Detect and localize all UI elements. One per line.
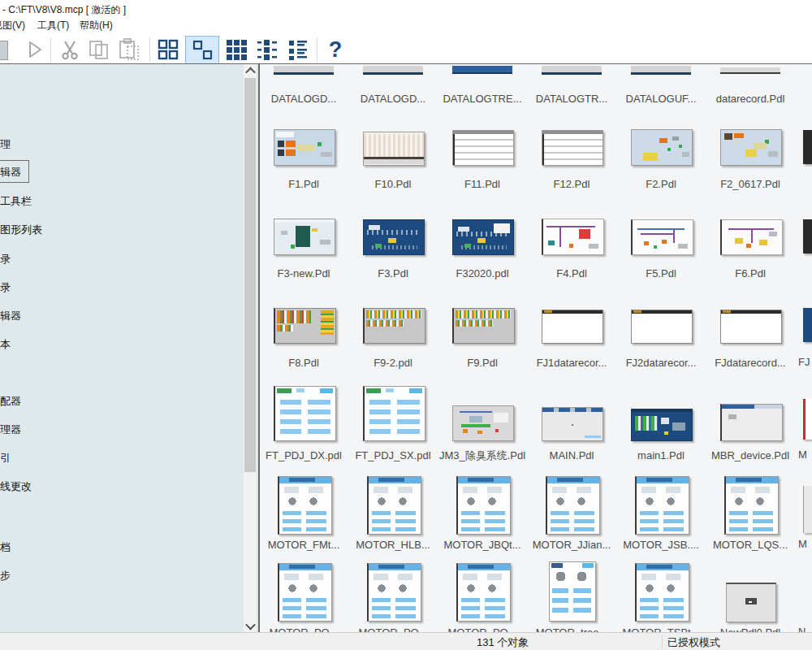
file-thumbnail[interactable] xyxy=(542,66,602,75)
file-name-label[interactable]: F9-2.pdl xyxy=(349,356,437,370)
file-thumbnail[interactable] xyxy=(363,219,425,255)
sidebar-item-10[interactable]: 引 xyxy=(0,451,11,466)
file-name-label[interactable]: FT_PDJ_DX.pdl xyxy=(260,448,348,462)
file-name-label[interactable]: F12.Pdl xyxy=(528,177,615,191)
file-thumbnail[interactable] xyxy=(720,219,783,255)
file-thumbnail[interactable] xyxy=(363,386,425,441)
file-name-label[interactable]: DATALOGD... xyxy=(349,92,437,106)
file-thumbnail[interactable] xyxy=(542,219,604,255)
sidebar-scrollbar[interactable] xyxy=(244,64,257,633)
file-thumbnail[interactable] xyxy=(631,129,693,166)
file-name-label-clipped[interactable]: M xyxy=(798,448,807,461)
file-thumbnail[interactable] xyxy=(631,310,693,344)
file-thumbnail[interactable] xyxy=(452,66,512,74)
file-thumbnail[interactable] xyxy=(452,130,514,166)
file-thumbnail[interactable] xyxy=(363,66,423,75)
file-name-label[interactable]: F3.Pdl xyxy=(349,266,437,280)
file-thumbnail[interactable] xyxy=(452,405,514,441)
sidebar-item-0[interactable]: 理 xyxy=(0,137,11,152)
file-thumbnail[interactable] xyxy=(631,409,693,441)
file-name-label[interactable]: MBR_device.Pdl xyxy=(706,448,794,462)
file-thumbnail[interactable] xyxy=(720,310,782,344)
file-thumbnail[interactable] xyxy=(635,476,689,535)
file-name-label[interactable]: JM3_除臭系统.Pdl xyxy=(438,448,526,462)
file-name-label[interactable]: datarecord.Pdl xyxy=(706,92,794,106)
file-name-label[interactable]: F32020.pdl xyxy=(438,266,526,280)
file-thumbnail[interactable] xyxy=(278,476,332,535)
file-name-label[interactable]: MOTOR_FMt... xyxy=(260,538,348,552)
sidebar-item-12[interactable]: 档 xyxy=(0,540,11,555)
sidebar-item-6[interactable]: 辑器 xyxy=(0,309,21,323)
file-name-label[interactable]: F2_0617.Pdl xyxy=(706,177,794,191)
file-thumbnail[interactable] xyxy=(631,66,691,75)
paste-button[interactable] xyxy=(117,37,141,62)
file-thumbnail[interactable] xyxy=(274,129,335,166)
file-name-label[interactable]: F3-new.Pdl xyxy=(260,266,348,280)
file-name-label[interactable]: main1.Pdl xyxy=(617,448,705,462)
file-name-label[interactable]: F4.Pdl xyxy=(528,266,615,280)
file-thumbnail[interactable] xyxy=(542,310,603,344)
menu-item-0[interactable]: 视图(V) xyxy=(0,19,25,32)
file-thumbnail[interactable] xyxy=(726,583,776,622)
file-thumbnail-clipped[interactable] xyxy=(803,308,812,342)
file-name-label[interactable]: DATALOGTRE... xyxy=(438,92,526,106)
file-thumbnail[interactable] xyxy=(546,476,600,535)
sidebar-item-13[interactable]: 步 xyxy=(0,569,11,583)
file-name-label[interactable]: MOTOR_JBQt... xyxy=(438,538,526,552)
file-thumbnail[interactable] xyxy=(724,476,779,535)
sidebar-item-1[interactable]: 辑器 xyxy=(0,165,21,180)
file-name-label[interactable]: F11.Pdl xyxy=(438,177,526,191)
sidebar-item-9[interactable]: 理器 xyxy=(0,422,21,437)
file-name-label[interactable]: FJ1datarecor... xyxy=(528,356,615,370)
activate-icon[interactable] xyxy=(23,37,47,62)
file-name-label[interactable]: F6.Pdl xyxy=(706,266,794,280)
list-view-button[interactable] xyxy=(286,37,310,62)
help-button[interactable]: ? xyxy=(323,37,348,62)
large-icons-view-button[interactable] xyxy=(156,37,180,62)
file-name-label[interactable]: MAIN.Pdl xyxy=(528,448,615,462)
file-thumbnail[interactable] xyxy=(274,386,336,441)
file-name-label[interactable]: F8.Pdl xyxy=(260,356,348,370)
file-thumbnail[interactable] xyxy=(367,563,421,622)
file-name-label[interactable]: FJ2datarecor... xyxy=(617,356,705,370)
file-name-label[interactable]: F10.Pdl xyxy=(349,177,437,191)
sidebar-item-7[interactable]: 本 xyxy=(0,337,11,352)
sidebar-item-8[interactable]: 配器 xyxy=(0,394,21,409)
file-name-label-clipped[interactable]: M xyxy=(798,538,807,550)
file-thumbnail[interactable] xyxy=(456,476,511,535)
file-name-label[interactable]: FJdatarecord... xyxy=(706,356,794,370)
file-thumbnail[interactable] xyxy=(720,67,780,74)
file-name-label[interactable]: F1.Pdl xyxy=(260,177,348,191)
file-thumbnail[interactable] xyxy=(363,132,425,166)
file-thumbnail[interactable] xyxy=(549,561,596,622)
file-name-label[interactable]: MOTOR_LQS... xyxy=(706,538,794,552)
small-icons-view-button[interactable] xyxy=(185,36,219,64)
file-name-label[interactable]: F5.Pdl xyxy=(617,266,705,280)
run-partial-icon[interactable] xyxy=(0,41,8,60)
file-thumbnail[interactable] xyxy=(456,563,511,622)
file-name-label[interactable]: DATALOGUF... xyxy=(617,92,705,106)
scroll-up-button[interactable] xyxy=(244,64,257,78)
file-name-label[interactable]: F2.Pdl xyxy=(617,177,705,191)
file-name-label[interactable]: FT_PDJ_SX.pdl xyxy=(349,448,437,462)
file-name-label[interactable]: DATALOGD... xyxy=(260,92,348,106)
file-thumbnail[interactable] xyxy=(542,130,603,166)
file-thumbnail[interactable] xyxy=(278,563,332,622)
menu-item-2[interactable]: 帮助(H) xyxy=(80,19,113,32)
file-name-label[interactable]: MOTOR_JSB.... xyxy=(617,538,705,552)
sidebar-item-5[interactable]: 录 xyxy=(0,280,11,295)
file-thumbnail-clipped[interactable] xyxy=(803,399,812,440)
file-thumbnail[interactable] xyxy=(274,66,334,75)
file-name-label[interactable]: MOTOR_JJian... xyxy=(528,538,615,552)
file-thumbnail[interactable] xyxy=(274,308,336,344)
sidebar-item-11[interactable]: 线更改 xyxy=(0,479,32,494)
copy-button[interactable] xyxy=(86,37,110,62)
file-thumbnail[interactable] xyxy=(720,404,783,441)
file-name-label[interactable]: F9.Pdl xyxy=(438,356,526,370)
file-thumbnail-clipped[interactable] xyxy=(803,219,812,254)
scroll-down-button[interactable] xyxy=(244,619,257,633)
menu-item-1[interactable]: 工具(T) xyxy=(37,19,69,32)
file-thumbnail-clipped[interactable] xyxy=(803,130,812,164)
scrollbar-thumb[interactable] xyxy=(244,78,256,472)
file-name-label-clipped[interactable]: FJ xyxy=(798,356,810,368)
